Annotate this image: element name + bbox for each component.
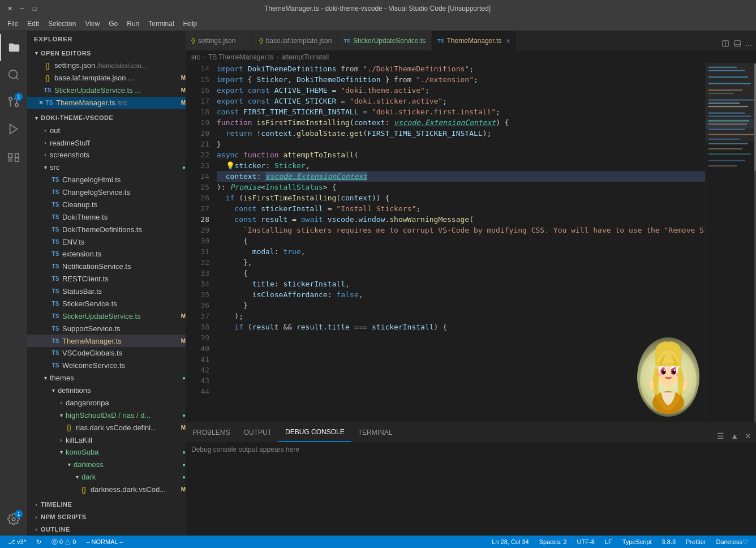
folder-readme[interactable]: › readmeStuff: [27, 136, 186, 149]
activity-bar-bottom: 1: [0, 506, 27, 533]
close-control[interactable]: ✕: [6, 5, 14, 12]
tab-sticker-service[interactable]: TS StickerUpdateService.ts: [338, 31, 432, 50]
killlakill-chevron: ›: [57, 435, 66, 444]
timeline-chevron: ›: [32, 500, 41, 509]
section-open-editors[interactable]: ▾ OPEN EDITORS: [27, 47, 186, 59]
file-status-bar[interactable]: TS StatusBar.ts: [27, 285, 186, 298]
section-npm[interactable]: › NPM SCRIPTS: [27, 511, 186, 523]
file-cleanup[interactable]: TS Cleanup.ts: [27, 199, 186, 211]
file-welcome-service[interactable]: TS WelcomeService.ts: [27, 359, 186, 372]
open-editor-sticker-service[interactable]: TS StickerUpdateService.ts ... M: [27, 84, 186, 97]
file-doki-definitions[interactable]: TS DokiThemeDefinitions.ts: [27, 223, 186, 236]
menu-bar: File Edit Selection View Go Run Terminal…: [0, 17, 756, 31]
open-editor-settings[interactable]: {} settings.json /home/alex/.con...: [27, 59, 186, 72]
minimize-control[interactable]: ─: [18, 5, 26, 12]
open-editor-theme-manager[interactable]: ✕ TS ThemeManager.ts src M: [27, 97, 186, 109]
menu-go[interactable]: Go: [104, 19, 122, 29]
file-rest-client[interactable]: TS RESTClient.ts: [27, 273, 186, 285]
svg-rect-8: [15, 158, 19, 161]
definitions-chevron: ▾: [49, 386, 58, 395]
panel-tab-terminal[interactable]: TERMINAL: [351, 422, 400, 442]
folder-dark[interactable]: ▾ dark ●: [27, 471, 186, 483]
panel-tab-output[interactable]: OUTPUT: [237, 422, 278, 442]
folder-screenshots[interactable]: › screenshots: [27, 149, 186, 161]
status-errors[interactable]: ⓪ 0 △ 0: [49, 538, 78, 546]
window-controls[interactable]: ✕ ─ □: [6, 5, 38, 12]
tab-settings[interactable]: {} settings.json: [186, 31, 254, 50]
activity-search[interactable]: [0, 61, 27, 88]
folder-darkness[interactable]: ▾ darkness ●: [27, 459, 186, 471]
activity-source-control[interactable]: 1: [0, 88, 27, 115]
panel-maximize-btn[interactable]: ▲: [729, 430, 740, 442]
file-changelog-html[interactable]: TS ChangelogHtml.ts: [27, 174, 186, 186]
doki-theme-label: DokiTheme.ts: [62, 213, 186, 221]
file-doki-theme[interactable]: TS DokiTheme.ts: [27, 211, 186, 223]
file-vscode-globals[interactable]: TS VSCodeGlobals.ts: [27, 347, 186, 359]
menu-file[interactable]: File: [3, 19, 23, 29]
file-extension[interactable]: TS extension.ts: [27, 248, 186, 260]
file-support-service[interactable]: TS SupportService.ts: [27, 322, 186, 335]
activity-explorer[interactable]: [0, 34, 27, 61]
folder-highschool[interactable]: ▾ highSchoolDxD / rias / d... ●: [27, 409, 186, 421]
folder-danganronpa[interactable]: › danganronpa: [27, 397, 186, 409]
panel-close-btn[interactable]: ✕: [743, 430, 753, 442]
section-timeline[interactable]: › TIMELINE: [27, 499, 186, 511]
maximize-control[interactable]: □: [31, 5, 38, 12]
section-project[interactable]: ▾ DOKI-THEME-VSCODE: [27, 112, 186, 124]
menu-edit[interactable]: Edit: [23, 19, 44, 29]
open-editor-base-template[interactable]: {} base.laf.template.json ... M: [27, 72, 186, 84]
sidebar: EXPLORER ▾ OPEN EDITORS {} settings.json…: [27, 31, 186, 536]
code-content[interactable]: import DokiThemeDefinitions from "./Doki…: [214, 63, 705, 422]
tab-theme-manager[interactable]: TS ThemeManager.ts ✕: [432, 31, 517, 50]
breadcrumb-function[interactable]: attemptToInstall: [281, 53, 329, 61]
folder-src[interactable]: ▾ src ●: [27, 161, 186, 174]
file-notification-service[interactable]: TS NotificationService.ts: [27, 260, 186, 273]
folder-konosuba[interactable]: ▾ konoSuba ●: [27, 446, 186, 459]
status-theme[interactable]: Darkness♡: [714, 538, 750, 546]
activity-settings[interactable]: 1: [0, 506, 27, 533]
toggle-panel-btn[interactable]: [732, 38, 742, 50]
breadcrumb-file[interactable]: TS ThemeManager.ts: [208, 53, 273, 61]
status-prettier[interactable]: Prettier: [684, 538, 708, 545]
status-spaces[interactable]: Spaces: 2: [537, 538, 569, 545]
section-outline[interactable]: › OUTLINE: [27, 523, 186, 536]
menu-selection[interactable]: Selection: [44, 19, 80, 29]
folder-killlakill[interactable]: › killLaKill: [27, 434, 186, 446]
status-encoding[interactable]: UTF-8: [575, 538, 597, 545]
breadcrumb-src[interactable]: src: [191, 53, 200, 61]
status-ts-version[interactable]: 3.8.3: [660, 538, 678, 545]
tab-close-icon[interactable]: ✕: [506, 38, 510, 44]
folder-themes[interactable]: ▾ themes ●: [27, 372, 186, 384]
menu-view[interactable]: View: [80, 19, 104, 29]
panel-tab-problems[interactable]: PROBLEMS: [186, 422, 237, 442]
code-line-39: isCloseAffordance: false,: [217, 289, 705, 300]
split-editor-btn[interactable]: [720, 38, 731, 50]
code-line-24: }: [217, 139, 705, 149]
activity-debug[interactable]: [0, 115, 27, 143]
activity-extensions[interactable]: [0, 143, 27, 170]
status-eol[interactable]: LF: [603, 538, 615, 545]
file-darkness-dark[interactable]: {} darkness.dark.vsCod... M: [27, 483, 186, 496]
more-tabs-btn[interactable]: ···: [744, 39, 753, 50]
folder-out[interactable]: › out: [27, 124, 186, 136]
panel-content[interactable]: Debug console output appears here: [186, 443, 756, 536]
status-sync[interactable]: ↻: [34, 538, 44, 546]
ts-icon15: TS: [51, 349, 60, 358]
file-env[interactable]: TS ENV.ts: [27, 236, 186, 248]
folder-definitions[interactable]: ▾ definitions: [27, 384, 186, 397]
menu-help[interactable]: Help: [179, 19, 202, 29]
tab-base-template[interactable]: {} base.laf.template.json: [254, 31, 338, 50]
status-position[interactable]: Ln 28, Col 34: [489, 538, 531, 545]
status-language[interactable]: TypeScript: [620, 538, 654, 545]
panel-menu-btn[interactable]: ☰: [715, 430, 726, 442]
file-sticker-update[interactable]: TS StickerUpdateService.ts M: [27, 310, 186, 322]
file-sticker-service[interactable]: TS StickerService.ts: [27, 298, 186, 310]
file-rias-dark[interactable]: {} rias.dark.vsCode.defini... M: [27, 421, 186, 434]
menu-terminal[interactable]: Terminal: [144, 19, 178, 29]
close-file-icon[interactable]: ✕: [38, 99, 44, 106]
file-theme-manager[interactable]: TS ThemeManager.ts M: [27, 335, 186, 347]
menu-run[interactable]: Run: [122, 19, 144, 29]
status-git-branch[interactable]: ⎇ v3*: [6, 538, 28, 546]
panel-tab-debug-console[interactable]: DEBUG CONSOLE: [278, 422, 351, 442]
file-changelog-service[interactable]: TS ChangelogService.ts: [27, 186, 186, 199]
